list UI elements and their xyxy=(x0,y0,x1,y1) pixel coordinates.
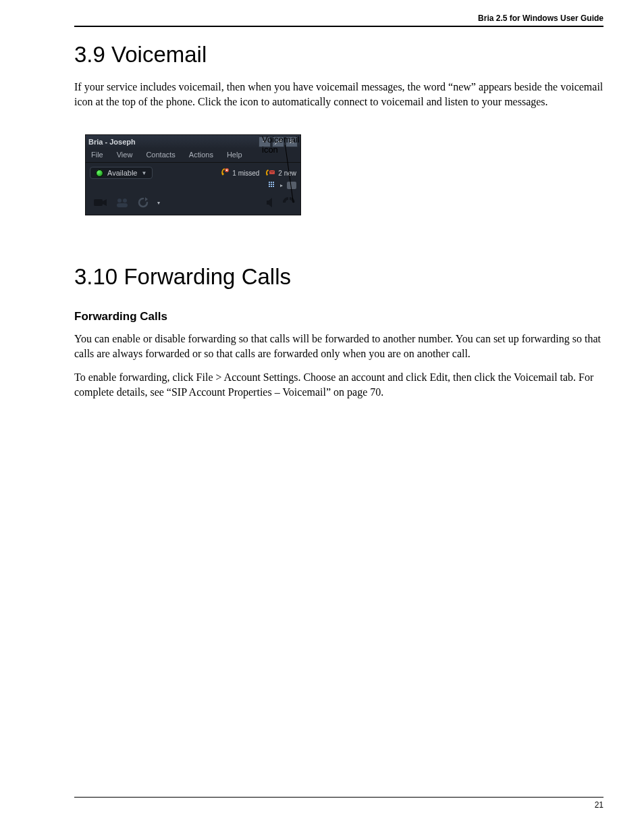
status-bar: Available ▼ 1 missed xyxy=(86,163,300,180)
forwarding-body-2: To enable forwarding, click File > Accou… xyxy=(74,370,603,399)
footer: 21 xyxy=(74,797,603,810)
menu-contacts[interactable]: Contacts xyxy=(146,151,175,159)
menu-actions[interactable]: Actions xyxy=(189,151,213,159)
presence-icon xyxy=(96,170,103,177)
svg-rect-5 xyxy=(117,203,128,207)
menu-file[interactable]: File xyxy=(91,151,103,159)
redial-chevron-icon[interactable]: ▾ xyxy=(157,200,160,206)
video-icon[interactable] xyxy=(94,198,107,207)
callout-label: Voicemail icon xyxy=(262,134,315,155)
heading-forwarding: 3.10 Forwarding Calls xyxy=(74,264,603,290)
menu-help[interactable]: Help xyxy=(227,151,242,159)
subheading-forwarding: Forwarding Calls xyxy=(74,310,603,323)
window-title: Bria - Joseph xyxy=(88,138,136,146)
expand-chevron-icon[interactable]: ▸ xyxy=(280,182,283,188)
doc-header: Bria 2.5 for Windows User Guide xyxy=(74,14,603,27)
svg-point-4 xyxy=(123,199,127,203)
svg-point-3 xyxy=(117,199,122,203)
forwarding-body-1: You can enable or disable forwarding so … xyxy=(74,332,603,361)
redial-icon[interactable] xyxy=(137,197,149,208)
svg-rect-2 xyxy=(94,199,103,206)
menu-view[interactable]: View xyxy=(117,151,133,159)
toolbar: ▾ xyxy=(86,192,300,215)
page-number: 21 xyxy=(74,800,603,810)
missed-calls-icon[interactable] xyxy=(220,167,230,179)
guide-title: Bria 2.5 for Windows User Guide xyxy=(478,14,603,23)
heading-voicemail: 3.9 Voicemail xyxy=(74,42,603,68)
missed-calls-text: 1 missed xyxy=(232,170,259,177)
chevron-down-icon: ▼ xyxy=(141,170,146,176)
voicemail-body: If your service includes voicemail, then… xyxy=(74,80,603,109)
figure-voicemail-icon: Voicemail icon Bria - Joseph − ✕ File Vi… xyxy=(85,134,315,215)
presence-selector[interactable]: Available ▼ xyxy=(90,167,153,179)
dialpad-icon[interactable] xyxy=(269,182,276,188)
presence-label: Available xyxy=(107,169,137,177)
conference-icon[interactable] xyxy=(115,197,129,208)
voicemail-new-text: 2 new xyxy=(278,170,296,177)
voicemail-icon[interactable] xyxy=(265,169,275,177)
mute-icon[interactable] xyxy=(265,197,276,208)
